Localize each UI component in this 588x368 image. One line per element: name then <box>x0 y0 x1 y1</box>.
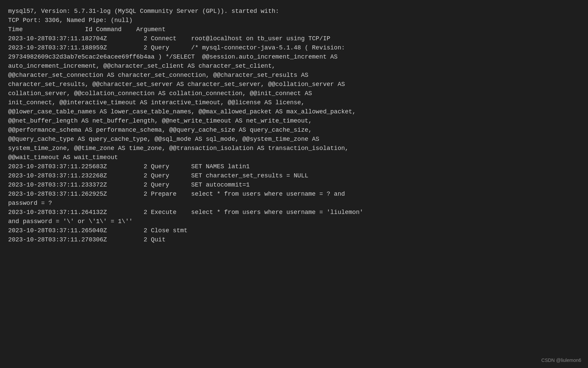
watermark: CSDN @liulemon6 <box>541 357 581 364</box>
terminal-output: mysql57, Version: 5.7.31-log (MySQL Comm… <box>8 7 580 244</box>
